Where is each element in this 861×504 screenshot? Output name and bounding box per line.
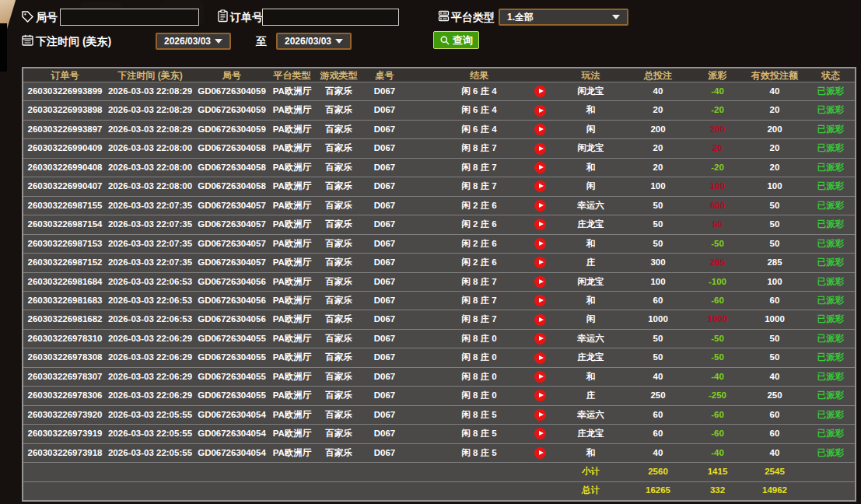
valid-bet-cell: 60 xyxy=(743,429,807,439)
replay-icon[interactable] xyxy=(534,105,546,117)
valid-bet-cell: 100 xyxy=(743,278,807,287)
result-cell: 闲 8 庄 7 xyxy=(406,182,523,191)
platform-cell: PA欧洲厅 xyxy=(270,144,314,153)
replay-icon[interactable] xyxy=(534,257,546,268)
replay-cell xyxy=(523,333,558,345)
play-type-cell: 庄龙宝 xyxy=(558,220,624,229)
date-to-select[interactable]: 2026/03/03 xyxy=(276,33,352,50)
calendar-icon xyxy=(21,33,34,47)
replay-icon[interactable] xyxy=(534,409,546,421)
replay-icon[interactable] xyxy=(534,143,546,155)
order-id-cell: 260303226990408 xyxy=(23,163,107,173)
play-type-cell: 庄 xyxy=(558,258,624,268)
result-cell: 闲 8 庄 5 xyxy=(406,449,523,458)
order-id-cell: 260303226987154 xyxy=(23,220,107,229)
valid-bet-cell: 40 xyxy=(743,87,807,96)
replay-icon[interactable] xyxy=(534,219,546,230)
bet-time-cell: 2026-03-03 22:08:00 xyxy=(107,144,194,153)
replay-icon[interactable] xyxy=(534,162,546,173)
order-no-input[interactable] xyxy=(262,9,399,26)
column-header: 下注时间 (美东) xyxy=(107,71,194,80)
bet-time-cell: 2026-03-03 22:05:55 xyxy=(107,449,194,458)
round-id-cell: GD06726304057 xyxy=(194,201,270,211)
replay-icon[interactable] xyxy=(534,447,546,459)
bet-time-cell: 2026-03-03 22:06:53 xyxy=(107,315,194,324)
bet-time-cell: 2026-03-03 22:06:29 xyxy=(107,391,194,401)
total-bet-cell: 60 xyxy=(624,429,692,439)
result-cell: 闲 8 庄 7 xyxy=(406,296,523,306)
replay-icon[interactable] xyxy=(534,295,546,306)
table-no-cell: D067 xyxy=(363,373,406,382)
payout-cell: 285 xyxy=(692,258,743,268)
play-type-cell: 总计 xyxy=(558,486,624,495)
bet-time-cell: 2026-03-03 22:08:00 xyxy=(107,163,194,173)
replay-icon[interactable] xyxy=(534,352,546,364)
status-cell: 已派彩 xyxy=(807,278,855,287)
replay-cell xyxy=(523,143,558,155)
replay-icon[interactable] xyxy=(534,180,546,192)
replay-icon[interactable] xyxy=(534,124,546,135)
round-id-cell: GD06726304057 xyxy=(194,220,270,229)
game-type-cell: 百家乐 xyxy=(314,373,363,382)
order-id-cell: 260303226993897 xyxy=(23,125,107,135)
replay-icon[interactable] xyxy=(534,200,546,212)
total-bet-cell: 2560 xyxy=(624,467,692,477)
table-no-cell: D067 xyxy=(363,353,406,362)
replay-icon[interactable] xyxy=(534,371,546,383)
order-id-cell: 260303226993898 xyxy=(23,106,107,115)
status-cell: 已派彩 xyxy=(807,87,855,96)
result-cell: 闲 8 庄 7 xyxy=(406,315,523,324)
bet-time-label: 下注时间 (美东) xyxy=(36,35,111,49)
replay-icon[interactable] xyxy=(534,333,546,345)
platform-cell: PA欧洲厅 xyxy=(270,201,314,211)
search-button[interactable]: 查询 xyxy=(433,31,479,49)
replay-cell xyxy=(523,352,558,364)
column-header: 局号 xyxy=(194,71,270,80)
table-no-cell: D067 xyxy=(363,220,406,229)
round-id-cell: GD06726304059 xyxy=(194,106,270,115)
replay-icon[interactable] xyxy=(534,86,546,97)
play-type-cell: 和 xyxy=(558,449,624,458)
replay-icon[interactable] xyxy=(534,390,546,401)
platform-cell: PA欧洲厅 xyxy=(270,182,314,191)
summary-row: 总计1626533214962 xyxy=(23,481,855,500)
platform-cell: PA欧洲厅 xyxy=(270,411,314,420)
platform-cell: PA欧洲厅 xyxy=(270,125,314,135)
column-header: 派彩 xyxy=(692,71,743,80)
round-no-input[interactable] xyxy=(60,9,199,26)
payout-cell: -40 xyxy=(692,449,743,458)
round-id-cell: GD06726304057 xyxy=(194,240,270,249)
bet-time-cell: 2026-03-03 22:05:55 xyxy=(107,411,194,420)
column-header: 有效投注额 xyxy=(743,71,807,80)
replay-cell xyxy=(523,219,558,230)
table-row: 2603032269871542026-03-03 22:07:35GD0672… xyxy=(23,215,855,233)
game-type-cell: 百家乐 xyxy=(314,106,363,115)
table-no-cell: D067 xyxy=(363,106,406,115)
dropdown-caret-icon xyxy=(335,39,343,44)
status-cell: 已派彩 xyxy=(807,353,855,362)
replay-icon[interactable] xyxy=(534,238,546,250)
table-row: 2603032269871552026-03-03 22:07:35GD0672… xyxy=(23,196,855,215)
round-id-cell: GD06726304058 xyxy=(194,163,270,173)
result-cell: 闲 8 庄 0 xyxy=(406,353,523,362)
column-header: 结果 xyxy=(406,71,523,80)
date-to-value: 2026/03/03 xyxy=(285,36,331,47)
result-cell: 闲 8 庄 0 xyxy=(406,391,523,401)
table-no-cell: D067 xyxy=(363,315,406,324)
valid-bet-cell: 285 xyxy=(743,258,807,268)
payout-cell: -60 xyxy=(692,411,743,420)
payout-cell: -60 xyxy=(692,429,743,439)
replay-icon[interactable] xyxy=(534,276,546,288)
round-id-cell: GD06726304055 xyxy=(194,353,270,362)
bet-time-cell: 2026-03-03 22:07:35 xyxy=(107,240,194,249)
round-id-cell: GD06726304054 xyxy=(194,449,270,458)
replay-icon[interactable] xyxy=(534,314,546,326)
column-header: 订单号 xyxy=(23,71,107,80)
table-row: 2603032269783072026-03-03 22:06:29GD0672… xyxy=(23,367,855,386)
game-type-cell: 百家乐 xyxy=(314,87,363,96)
platform-cell: PA欧洲厅 xyxy=(270,353,314,362)
replay-icon[interactable] xyxy=(534,428,546,439)
date-from-select[interactable]: 2026/03/03 xyxy=(156,33,231,50)
game-type-cell: 百家乐 xyxy=(314,296,363,306)
platform-type-select[interactable]: 1.全部 xyxy=(499,9,628,26)
